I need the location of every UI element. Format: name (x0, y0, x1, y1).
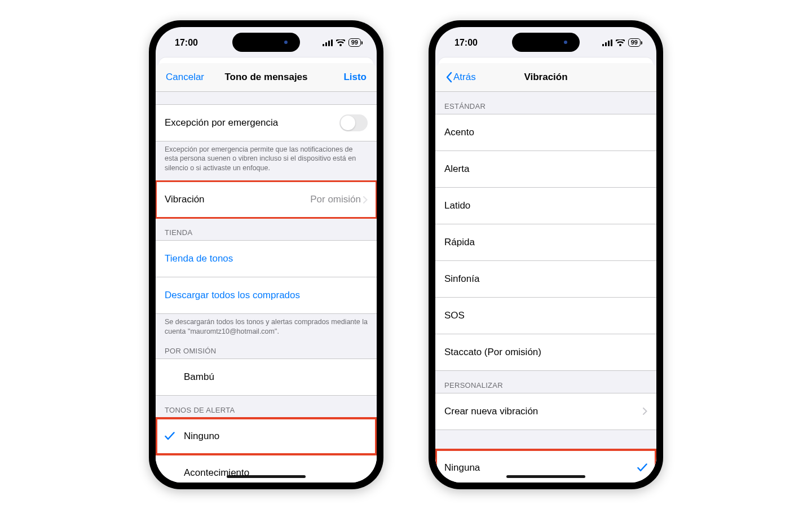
custom-header: PERSONALIZAR (435, 371, 656, 393)
chevron-right-icon (363, 196, 368, 203)
emergency-bypass-toggle[interactable] (339, 114, 368, 131)
svg-rect-7 (611, 39, 612, 46)
vibration-option-row[interactable]: SOS (435, 298, 656, 334)
default-tone-row[interactable]: Bambú (156, 358, 377, 396)
dynamic-island (232, 33, 300, 52)
default-tone-label: Bambú (184, 371, 214, 383)
svg-rect-1 (325, 42, 327, 46)
alert-tone-row-none[interactable]: Ninguno (156, 418, 377, 455)
svg-rect-4 (602, 44, 604, 46)
phone-mockup-right: 17:00 99 Atrás Vibración ESTÁNDAR Acento… (429, 20, 663, 489)
svg-rect-6 (608, 41, 610, 46)
signal-icon (323, 39, 333, 46)
alert-tones-header: TONOS DE ALERTA (156, 396, 377, 418)
vibration-option-row[interactable]: Staccato (Por omisión) (435, 334, 656, 371)
svg-rect-5 (605, 42, 607, 46)
phone-mockup-left: 17:00 99 Cancelar Tono de mensajes Listo… (149, 20, 383, 489)
vibration-option-row[interactable]: Alerta (435, 151, 656, 188)
download-all-link[interactable]: Descargar todos los comprados (156, 277, 377, 314)
done-button[interactable]: Listo (343, 72, 367, 83)
battery-icon: 99 (348, 38, 361, 47)
back-button[interactable]: Atrás (445, 72, 476, 83)
svg-rect-3 (331, 39, 333, 46)
vibration-option-row[interactable]: Acento (435, 114, 656, 151)
checkmark-icon (165, 432, 175, 441)
chevron-right-icon (643, 408, 647, 415)
back-label: Atrás (453, 72, 476, 83)
standard-header: ESTÁNDAR (435, 92, 656, 114)
chevron-left-icon (445, 72, 452, 83)
vibration-option-label: Rápida (444, 237, 475, 248)
vibration-option-label: Sinfonía (444, 273, 479, 285)
home-indicator[interactable] (506, 475, 585, 478)
vibration-option-label: Staccato (Por omisión) (444, 347, 541, 358)
emergency-bypass-label: Excepción por emergencia (165, 117, 278, 129)
nav-bar: Cancelar Tono de mensajes Listo (156, 63, 377, 92)
tone-store-link[interactable]: Tienda de tonos (156, 240, 377, 277)
store-header: TIENDA (156, 218, 377, 240)
vibration-value: Por omisión (310, 194, 361, 205)
default-header: POR OMISIÓN (156, 344, 377, 358)
store-footer: Se descargarán todos los tonos y alertas… (156, 314, 377, 344)
checkmark-icon (637, 463, 647, 472)
signal-icon (602, 39, 612, 46)
vibration-option-row[interactable]: Sinfonía (435, 261, 656, 298)
cancel-button[interactable]: Cancelar (166, 72, 204, 83)
status-time: 17:00 (454, 38, 478, 48)
svg-rect-2 (328, 41, 330, 46)
vibration-option-label: SOS (444, 310, 465, 321)
dynamic-island (512, 33, 580, 52)
battery-icon: 99 (628, 38, 641, 47)
vibration-option-label: Alerta (444, 163, 469, 175)
vibration-option-label: Latido (444, 200, 470, 211)
create-vibration-row[interactable]: Crear nueva vibración (435, 393, 656, 430)
vibration-option-row[interactable]: Rápida (435, 224, 656, 261)
vibration-row[interactable]: Vibración Por omisión (156, 181, 377, 218)
nav-bar: Atrás Vibración (435, 63, 656, 92)
create-vibration-label: Crear nueva vibración (444, 406, 538, 417)
alert-tone-label: Ninguno (184, 431, 219, 442)
emergency-bypass-row[interactable]: Excepción por emergencia (156, 104, 377, 141)
vibration-option-label: Acento (444, 127, 474, 138)
alert-tone-row[interactable]: Acontecimiento (156, 455, 377, 483)
vibration-option-row[interactable]: Latido (435, 188, 656, 224)
wifi-icon (336, 39, 345, 46)
status-time: 17:00 (175, 38, 198, 48)
home-indicator[interactable] (227, 475, 306, 478)
vibration-none-label: Ninguna (444, 462, 480, 473)
emergency-bypass-footer: Excepción por emergencia permite que las… (156, 141, 377, 182)
wifi-icon (616, 39, 625, 46)
svg-rect-0 (323, 44, 324, 46)
vibration-label: Vibración (165, 194, 205, 205)
